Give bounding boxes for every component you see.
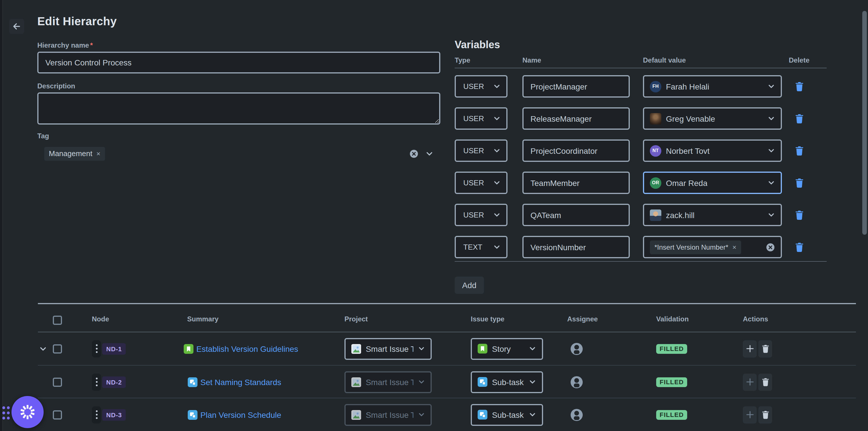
drag-handle[interactable] — [92, 373, 101, 391]
variable-type-select[interactable]: USER — [455, 107, 507, 130]
subtask-icon — [188, 377, 197, 387]
trash-icon — [795, 81, 803, 91]
col-actions-label: Actions — [743, 315, 768, 323]
trash-icon — [795, 210, 803, 219]
dock-drag-dots[interactable] — [2, 406, 10, 420]
assignee-avatar-icon[interactable] — [570, 375, 583, 389]
chip-remove-icon[interactable]: × — [732, 243, 736, 251]
issue-type-value: Sub-task — [492, 410, 524, 419]
hierarchy-name-input[interactable] — [37, 52, 440, 73]
variable-name-input[interactable] — [522, 140, 630, 162]
collapse-row-icon[interactable] — [39, 345, 47, 353]
variable-type-select[interactable]: USER — [455, 75, 507, 98]
issue-type-select[interactable]: Sub-task — [471, 371, 543, 393]
type-value: USER — [463, 146, 484, 155]
variable-default-select[interactable]: Greg Venable — [643, 107, 782, 130]
col-delete-label: Delete — [789, 56, 809, 64]
description-label: Description — [37, 82, 75, 90]
assignee-avatar-icon[interactable] — [570, 408, 583, 421]
summary-link[interactable]: Plan Version Schedule — [200, 410, 281, 419]
trash-icon — [795, 113, 803, 123]
drag-handle[interactable] — [92, 406, 101, 423]
node-badge: ND-1 — [102, 343, 126, 355]
variable-name-input[interactable] — [522, 204, 630, 226]
project-select[interactable]: Smart Issue T — [344, 338, 432, 360]
delete-node-button[interactable] — [758, 373, 772, 391]
delete-variable-button[interactable] — [791, 175, 807, 190]
variable-name-input[interactable] — [522, 236, 630, 258]
col-type-label: Type — [455, 56, 470, 64]
variable-type-select[interactable]: USER — [455, 204, 507, 226]
variable-type-select[interactable]: USER — [455, 140, 507, 162]
chevron-down-icon — [768, 115, 775, 122]
avatar — [650, 209, 661, 221]
plus-icon — [746, 411, 753, 419]
back-button[interactable] — [9, 19, 24, 34]
variable-type-select[interactable]: TEXT — [455, 236, 507, 258]
add-child-node-button-disabled — [743, 373, 756, 391]
variables-title: Variables — [455, 39, 500, 51]
variables-header-divider — [455, 68, 827, 68]
variable-default-text-field[interactable]: *Insert Version Number* × — [643, 236, 782, 258]
trash-icon — [795, 242, 803, 252]
chevron-down-icon[interactable] — [425, 150, 433, 157]
variable-name-input[interactable] — [522, 172, 630, 194]
select-all-checkbox[interactable] — [53, 316, 62, 325]
add-variable-button[interactable]: Add — [455, 277, 484, 294]
tag-select[interactable]: Management × — [37, 142, 440, 165]
delete-variable-button[interactable] — [791, 207, 807, 223]
summary-link[interactable]: Establish Version Guidelines — [196, 344, 298, 353]
type-value: TEXT — [463, 243, 482, 251]
chip-remove-icon[interactable]: × — [96, 150, 100, 157]
delete-node-button[interactable] — [758, 340, 772, 357]
chevron-down-icon — [493, 243, 501, 251]
variable-default-select[interactable]: NT Norbert Tovt — [643, 140, 782, 162]
validation-badge: FILLED — [656, 410, 687, 420]
row-checkbox[interactable] — [53, 410, 62, 419]
vertical-scrollbar-thumb[interactable] — [862, 11, 867, 235]
trash-icon — [795, 146, 803, 155]
variable-type-select[interactable]: USER — [455, 172, 507, 194]
chevron-down-icon — [493, 211, 501, 219]
trash-icon — [795, 178, 803, 187]
chevron-down-icon — [529, 411, 536, 419]
variable-name-input[interactable] — [522, 107, 630, 130]
story-icon — [184, 344, 193, 353]
col-project-label: Project — [344, 315, 368, 323]
variable-name-input[interactable] — [522, 75, 630, 98]
trash-icon — [762, 378, 769, 386]
drag-handle[interactable] — [92, 340, 101, 357]
avatar — [650, 113, 661, 124]
assistant-fab-button[interactable] — [11, 396, 43, 428]
default-value: Omar Reda — [666, 178, 708, 187]
issue-type-select[interactable]: Sub-task — [471, 404, 543, 426]
variable-default-select[interactable]: zack.hill — [643, 204, 782, 226]
chevron-down-icon — [768, 83, 775, 90]
summary-link[interactable]: Set Naming Standards — [200, 377, 281, 387]
row-checkbox[interactable] — [53, 377, 62, 387]
type-value: USER — [463, 82, 484, 91]
clear-icon[interactable] — [409, 149, 418, 158]
node-badge: ND-3 — [102, 409, 126, 420]
clear-icon[interactable] — [766, 243, 775, 252]
validation-badge: FILLED — [656, 377, 687, 387]
hierarchy-name-label: Hierarchy name* — [37, 41, 93, 49]
table-top-rule — [38, 303, 856, 304]
chevron-down-icon — [529, 378, 536, 386]
delete-variable-button[interactable] — [791, 78, 807, 94]
variable-default-select-focused[interactable]: OR Omar Reda — [643, 172, 782, 194]
issue-type-select[interactable]: Story — [471, 338, 543, 360]
row-checkbox[interactable] — [53, 344, 62, 353]
col-validation-label: Validation — [656, 315, 689, 323]
variable-default-select[interactable]: FH Farah Helali — [643, 75, 782, 98]
delete-variable-button[interactable] — [791, 110, 807, 126]
assignee-avatar-icon[interactable] — [570, 342, 583, 355]
delete-variable-button[interactable] — [791, 239, 807, 255]
description-textarea[interactable] — [37, 92, 440, 125]
add-child-node-button[interactable] — [743, 340, 756, 357]
chevron-down-icon — [417, 378, 425, 386]
col-default-label: Default value — [643, 56, 686, 64]
delete-node-button[interactable] — [758, 406, 772, 423]
delete-variable-button[interactable] — [791, 142, 807, 158]
table-row: ND-3 Plan Version Schedule Smart Issue T — [0, 398, 868, 431]
